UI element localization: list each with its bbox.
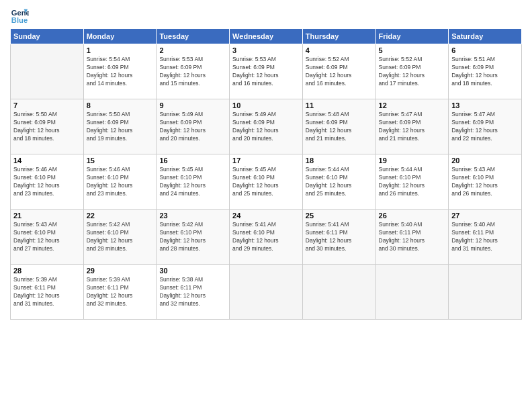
calendar-day-cell: 2Sunrise: 5:53 AM Sunset: 6:09 PM Daylig… bbox=[157, 44, 230, 99]
day-info: Sunrise: 5:40 AM Sunset: 6:11 PM Dayligh… bbox=[379, 221, 446, 253]
day-number: 4 bbox=[306, 46, 373, 54]
calendar-day-cell: 6Sunrise: 5:51 AM Sunset: 6:09 PM Daylig… bbox=[449, 44, 522, 99]
calendar-day-cell: 23Sunrise: 5:42 AM Sunset: 6:10 PM Dayli… bbox=[157, 210, 230, 265]
day-number: 8 bbox=[87, 101, 154, 109]
calendar-day-cell: 17Sunrise: 5:45 AM Sunset: 6:10 PM Dayli… bbox=[230, 154, 303, 210]
day-number: 13 bbox=[451, 101, 519, 109]
day-info: Sunrise: 5:53 AM Sunset: 6:09 PM Dayligh… bbox=[232, 56, 300, 88]
day-number: 2 bbox=[159, 46, 226, 54]
day-info: Sunrise: 5:38 AM Sunset: 6:11 PM Dayligh… bbox=[159, 276, 226, 308]
page-container: General Blue SundayMondayTuesdayWednesda… bbox=[0, 0, 532, 326]
day-info: Sunrise: 5:44 AM Sunset: 6:10 PM Dayligh… bbox=[379, 166, 446, 198]
calendar-day-cell: 29Sunrise: 5:39 AM Sunset: 6:11 PM Dayli… bbox=[83, 265, 157, 320]
calendar-day-cell: 5Sunrise: 5:52 AM Sunset: 6:09 PM Daylig… bbox=[375, 44, 449, 99]
calendar-day-cell: 26Sunrise: 5:40 AM Sunset: 6:11 PM Dayli… bbox=[375, 210, 449, 265]
calendar-day-cell bbox=[11, 44, 84, 99]
day-number: 17 bbox=[232, 156, 300, 165]
calendar-week-row: 28Sunrise: 5:39 AM Sunset: 6:11 PM Dayli… bbox=[11, 265, 522, 320]
day-info: Sunrise: 5:43 AM Sunset: 6:10 PM Dayligh… bbox=[13, 221, 81, 253]
day-number: 24 bbox=[232, 212, 300, 220]
calendar-day-cell: 28Sunrise: 5:39 AM Sunset: 6:11 PM Dayli… bbox=[11, 265, 84, 320]
day-of-week-header: Friday bbox=[375, 29, 449, 44]
day-number: 12 bbox=[379, 101, 446, 109]
calendar-day-cell: 10Sunrise: 5:49 AM Sunset: 6:09 PM Dayli… bbox=[230, 99, 303, 154]
calendar-day-cell: 4Sunrise: 5:52 AM Sunset: 6:09 PM Daylig… bbox=[302, 44, 375, 99]
calendar-week-row: 7Sunrise: 5:50 AM Sunset: 6:09 PM Daylig… bbox=[11, 99, 522, 154]
calendar-day-cell: 30Sunrise: 5:38 AM Sunset: 6:11 PM Dayli… bbox=[157, 265, 230, 320]
day-number: 25 bbox=[306, 212, 373, 220]
header: General Blue bbox=[10, 7, 522, 26]
day-info: Sunrise: 5:45 AM Sunset: 6:10 PM Dayligh… bbox=[232, 166, 300, 198]
day-number: 3 bbox=[232, 46, 300, 54]
calendar-week-row: 1Sunrise: 5:54 AM Sunset: 6:09 PM Daylig… bbox=[11, 44, 522, 99]
calendar-day-cell bbox=[230, 265, 303, 320]
day-info: Sunrise: 5:45 AM Sunset: 6:10 PM Dayligh… bbox=[159, 166, 226, 198]
calendar-day-cell: 7Sunrise: 5:50 AM Sunset: 6:09 PM Daylig… bbox=[11, 99, 84, 154]
calendar-day-cell: 9Sunrise: 5:49 AM Sunset: 6:09 PM Daylig… bbox=[157, 99, 230, 154]
day-number: 5 bbox=[379, 46, 446, 54]
calendar-day-cell: 27Sunrise: 5:40 AM Sunset: 6:11 PM Dayli… bbox=[449, 210, 522, 265]
day-number: 18 bbox=[306, 156, 373, 165]
day-info: Sunrise: 5:54 AM Sunset: 6:09 PM Dayligh… bbox=[87, 56, 154, 88]
day-of-week-header: Wednesday bbox=[230, 29, 303, 44]
day-info: Sunrise: 5:47 AM Sunset: 6:09 PM Dayligh… bbox=[379, 111, 446, 143]
day-info: Sunrise: 5:46 AM Sunset: 6:10 PM Dayligh… bbox=[13, 166, 81, 198]
day-number: 11 bbox=[306, 101, 373, 109]
svg-text:Blue: Blue bbox=[11, 16, 28, 24]
calendar-body: 1Sunrise: 5:54 AM Sunset: 6:09 PM Daylig… bbox=[11, 44, 522, 320]
calendar-day-cell: 1Sunrise: 5:54 AM Sunset: 6:09 PM Daylig… bbox=[83, 44, 157, 99]
day-number: 21 bbox=[13, 212, 81, 220]
day-info: Sunrise: 5:39 AM Sunset: 6:11 PM Dayligh… bbox=[13, 276, 81, 308]
day-number: 10 bbox=[232, 101, 300, 109]
day-number: 6 bbox=[451, 46, 519, 54]
day-info: Sunrise: 5:41 AM Sunset: 6:11 PM Dayligh… bbox=[306, 221, 373, 253]
calendar-day-cell: 11Sunrise: 5:48 AM Sunset: 6:09 PM Dayli… bbox=[302, 99, 375, 154]
logo-icon: General Blue bbox=[10, 7, 29, 26]
day-info: Sunrise: 5:53 AM Sunset: 6:09 PM Dayligh… bbox=[159, 56, 226, 88]
day-of-week-header: Monday bbox=[83, 29, 157, 44]
calendar-day-cell: 22Sunrise: 5:42 AM Sunset: 6:10 PM Dayli… bbox=[83, 210, 157, 265]
day-info: Sunrise: 5:49 AM Sunset: 6:09 PM Dayligh… bbox=[159, 111, 226, 143]
day-number: 28 bbox=[13, 267, 81, 275]
day-info: Sunrise: 5:46 AM Sunset: 6:10 PM Dayligh… bbox=[87, 166, 154, 198]
calendar-day-cell: 15Sunrise: 5:46 AM Sunset: 6:10 PM Dayli… bbox=[83, 154, 157, 210]
calendar-week-row: 21Sunrise: 5:43 AM Sunset: 6:10 PM Dayli… bbox=[11, 210, 522, 265]
calendar-day-cell bbox=[302, 265, 375, 320]
calendar-day-cell: 25Sunrise: 5:41 AM Sunset: 6:11 PM Dayli… bbox=[302, 210, 375, 265]
calendar-day-cell: 24Sunrise: 5:41 AM Sunset: 6:10 PM Dayli… bbox=[230, 210, 303, 265]
day-of-week-header: Tuesday bbox=[157, 29, 230, 44]
calendar-day-cell: 18Sunrise: 5:44 AM Sunset: 6:10 PM Dayli… bbox=[302, 154, 375, 210]
calendar-week-row: 14Sunrise: 5:46 AM Sunset: 6:10 PM Dayli… bbox=[11, 154, 522, 210]
day-of-week-header: Thursday bbox=[302, 29, 375, 44]
calendar-header-row: SundayMondayTuesdayWednesdayThursdayFrid… bbox=[11, 29, 522, 44]
calendar-day-cell: 19Sunrise: 5:44 AM Sunset: 6:10 PM Dayli… bbox=[375, 154, 449, 210]
logo: General Blue bbox=[10, 7, 29, 26]
day-number: 26 bbox=[379, 212, 446, 220]
day-info: Sunrise: 5:43 AM Sunset: 6:10 PM Dayligh… bbox=[451, 166, 519, 198]
day-number: 14 bbox=[13, 156, 81, 165]
calendar-day-cell bbox=[449, 265, 522, 320]
day-number: 1 bbox=[87, 46, 154, 54]
day-info: Sunrise: 5:42 AM Sunset: 6:10 PM Dayligh… bbox=[87, 221, 154, 253]
calendar-day-cell: 21Sunrise: 5:43 AM Sunset: 6:10 PM Dayli… bbox=[11, 210, 84, 265]
day-number: 19 bbox=[379, 156, 446, 165]
calendar-table: SundayMondayTuesdayWednesdayThursdayFrid… bbox=[10, 28, 522, 320]
day-number: 7 bbox=[13, 101, 81, 109]
calendar-day-cell: 13Sunrise: 5:47 AM Sunset: 6:09 PM Dayli… bbox=[449, 99, 522, 154]
day-number: 27 bbox=[451, 212, 519, 220]
day-number: 23 bbox=[159, 212, 226, 220]
day-info: Sunrise: 5:49 AM Sunset: 6:09 PM Dayligh… bbox=[232, 111, 300, 143]
day-info: Sunrise: 5:44 AM Sunset: 6:10 PM Dayligh… bbox=[306, 166, 373, 198]
day-of-week-header: Saturday bbox=[449, 29, 522, 44]
day-info: Sunrise: 5:52 AM Sunset: 6:09 PM Dayligh… bbox=[306, 56, 373, 88]
day-number: 30 bbox=[159, 267, 226, 275]
day-info: Sunrise: 5:50 AM Sunset: 6:09 PM Dayligh… bbox=[13, 111, 81, 143]
calendar-day-cell: 20Sunrise: 5:43 AM Sunset: 6:10 PM Dayli… bbox=[449, 154, 522, 210]
day-number: 29 bbox=[87, 267, 154, 275]
calendar-day-cell: 14Sunrise: 5:46 AM Sunset: 6:10 PM Dayli… bbox=[11, 154, 84, 210]
day-info: Sunrise: 5:50 AM Sunset: 6:09 PM Dayligh… bbox=[87, 111, 154, 143]
day-info: Sunrise: 5:48 AM Sunset: 6:09 PM Dayligh… bbox=[306, 111, 373, 143]
day-info: Sunrise: 5:39 AM Sunset: 6:11 PM Dayligh… bbox=[87, 276, 154, 308]
calendar-day-cell bbox=[375, 265, 449, 320]
calendar-day-cell: 12Sunrise: 5:47 AM Sunset: 6:09 PM Dayli… bbox=[375, 99, 449, 154]
